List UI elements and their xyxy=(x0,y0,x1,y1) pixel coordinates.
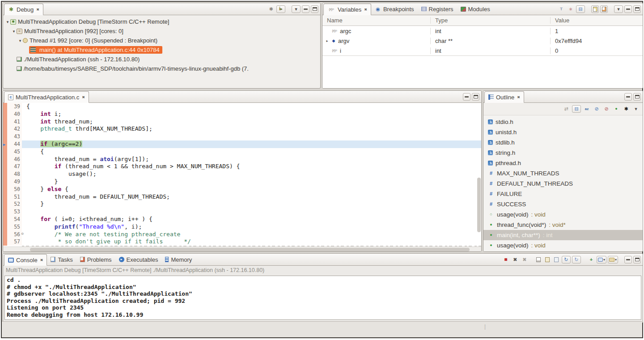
expand-arrow-icon[interactable]: ▾ xyxy=(5,20,10,24)
hide-inactive-icon[interactable]: ✱ xyxy=(622,105,630,113)
debug-tree-row[interactable]: main() at MultiThreadApplication.c:44 0x… xyxy=(3,45,320,55)
variable-row[interactable]: ▸◆argvchar **0x7efffd94 xyxy=(322,36,643,46)
expander-arrow-icon[interactable]: ▸ xyxy=(325,39,329,43)
code-line[interactable]: 50 } else { xyxy=(3,186,481,193)
outline-item[interactable]: ↴unistd.h xyxy=(483,127,643,137)
outline-item[interactable]: #MAX_NUM_THREADS xyxy=(483,168,643,178)
line-number-gutter[interactable]: 50 xyxy=(3,186,22,193)
close-icon[interactable]: ✖ xyxy=(40,258,43,262)
code-editor[interactable]: 39{40 int i;41 int thread_num;42 pthread… xyxy=(3,103,481,246)
close-icon[interactable]: ✖ xyxy=(517,95,520,99)
show-stderr-icon[interactable]: ↻ xyxy=(572,256,581,264)
code-line[interactable]: 47 if (thread_num < 1 && thread_num > MA… xyxy=(3,163,481,170)
terminate-icon[interactable]: ■ xyxy=(502,256,510,264)
debug-launch-tree[interactable]: ▾✱MultiThreadApplication Debug [TimeStor… xyxy=(3,15,320,73)
editor-hscroll-thumb[interactable] xyxy=(30,248,470,251)
line-number-gutter[interactable]: 51 xyxy=(3,193,22,201)
tab-memory[interactable]: Memory xyxy=(161,254,195,265)
hide-non-public-icon[interactable]: ● xyxy=(612,105,620,113)
line-number-gutter[interactable]: 46 xyxy=(3,156,22,163)
show-type-names-icon[interactable]: T xyxy=(557,5,565,13)
outline-item[interactable]: ●thread_func(void*) : void* xyxy=(483,220,643,230)
sort-icon[interactable]: az xyxy=(583,105,591,113)
code-line[interactable]: 56⊖ /* We are not testing pthread_create xyxy=(3,231,481,238)
code-line[interactable]: 41 int thread_num; xyxy=(3,118,481,126)
collapse-all-icon[interactable]: ⊟ xyxy=(572,105,581,113)
outline-item[interactable]: ↴pthread.h xyxy=(483,158,643,168)
view-menu-icon[interactable]: ▾ xyxy=(632,105,640,113)
code-line[interactable]: 43 xyxy=(3,133,481,140)
selected-stack-frame[interactable]: main() at MultiThreadApplication.c:44 0x… xyxy=(29,46,162,54)
tab-console[interactable]: Console✖ xyxy=(4,254,47,266)
tab-variables[interactable]: (x)=Variables✖ xyxy=(323,4,371,15)
variable-row[interactable]: (x)=iint0 xyxy=(322,46,643,55)
fold-collapse-icon[interactable]: ⊖ xyxy=(21,232,24,236)
show-stdout-icon[interactable]: ↻ xyxy=(562,256,571,264)
column-header-value[interactable]: Value xyxy=(551,17,643,24)
close-icon[interactable]: ✖ xyxy=(82,95,85,99)
line-number-gutter[interactable]: 54 xyxy=(3,216,22,223)
debug-tree-row[interactable]: ▾Thread #1 992 [core: 0] (Suspended : Br… xyxy=(3,36,320,45)
minimize-icon[interactable] xyxy=(624,256,632,264)
outline-item[interactable]: ↴string.h xyxy=(483,148,643,158)
tab-registers[interactable]: Registers xyxy=(418,3,457,15)
line-number-gutter[interactable]: 53 xyxy=(3,208,22,216)
minimize-icon[interactable] xyxy=(463,93,470,101)
expand-arrow-icon[interactable]: ▾ xyxy=(17,38,23,43)
line-number-gutter[interactable]: 56⊖ xyxy=(3,231,22,238)
remove-launch-icon[interactable]: ✖ xyxy=(511,256,519,264)
collapse-all-icon[interactable]: ⊟ xyxy=(576,5,585,13)
line-number-gutter[interactable]: 52 xyxy=(3,200,22,208)
tab-multithreadapplication-c[interactable]: cMultiThreadApplication.c✖ xyxy=(4,91,89,103)
debug-tree-row[interactable]: ▾✱MultiThreadApplication Debug [TimeStor… xyxy=(3,17,320,26)
line-number-gutter[interactable]: 49 xyxy=(3,178,22,186)
code-line[interactable]: 53 xyxy=(3,208,481,216)
code-line[interactable]: 46 thread_num = atoi(argv[1]); xyxy=(3,156,481,163)
hide-fields-icon[interactable]: ⊘ xyxy=(593,105,601,113)
maximize-icon[interactable] xyxy=(633,5,641,13)
debug-tree-row[interactable]: ▾≡MultiThreadApplication [992] [cores: 0… xyxy=(3,26,320,36)
outline-item[interactable]: #DEFAULT_NUM_THREADS xyxy=(483,178,643,189)
maximize-icon[interactable] xyxy=(633,93,641,101)
column-header-name[interactable]: Name xyxy=(322,17,431,24)
maximize-icon[interactable] xyxy=(472,93,479,101)
code-line[interactable]: 49 } xyxy=(3,178,481,186)
code-line[interactable]: 55 printf("Thread %d\n", i); xyxy=(3,223,481,231)
outline-list[interactable]: ↴stdio.h↴unistd.h↴stdlib.h↴string.h↴pthr… xyxy=(483,115,643,252)
tab-executables[interactable]: ▸Executables xyxy=(115,254,162,265)
close-icon[interactable]: ✖ xyxy=(36,8,39,12)
line-number-gutter[interactable]: 42 xyxy=(3,125,22,133)
view-menu-icon[interactable]: ▾ xyxy=(292,5,301,13)
line-number-gutter[interactable]: 41 xyxy=(3,118,22,126)
line-number-gutter[interactable]: 39 xyxy=(3,103,22,110)
remove-all-terminated-icon[interactable]: ✱ xyxy=(267,5,275,13)
line-number-gutter[interactable]: 40 xyxy=(3,110,22,118)
tab-tasks[interactable]: Tasks xyxy=(47,254,76,265)
expand-arrow-icon[interactable]: ▾ xyxy=(11,29,17,34)
pin-console-icon[interactable]: + xyxy=(587,256,595,264)
line-number-gutter[interactable]: ▶44 xyxy=(3,140,22,148)
tab-breakpoints[interactable]: ◉Breakpoints xyxy=(371,3,418,15)
line-number-gutter[interactable]: 48 xyxy=(3,170,22,178)
code-line[interactable]: 51 thread_num = DEFAULT_NUM_THREADS; xyxy=(3,193,481,201)
outline-item[interactable]: ●main(int, char**) : int xyxy=(483,230,643,240)
minimize-icon[interactable] xyxy=(302,5,309,13)
tab-debug[interactable]: ✱Debug✖ xyxy=(4,4,43,15)
code-line[interactable]: 40 int i; xyxy=(3,110,481,118)
instruction-stepping-icon[interactable]: i▸ xyxy=(276,5,285,13)
scroll-lock-icon[interactable] xyxy=(544,256,551,264)
debug-tree-row[interactable]: /home/babu/timesys/SABRE_SDP/toolchain/b… xyxy=(3,64,320,73)
remove-all-launches-icon[interactable]: ✖ xyxy=(521,256,529,264)
column-header-type[interactable]: Type xyxy=(431,17,551,24)
editor-vertical-scrollbar[interactable] xyxy=(477,178,481,232)
minimize-icon[interactable] xyxy=(624,93,632,101)
hide-static-icon[interactable]: ⊘ xyxy=(602,105,610,113)
code-line[interactable]: 42 pthread_t thrd[MAX_NUM_THREADS]; xyxy=(3,125,481,133)
code-line[interactable]: 39{ xyxy=(3,103,481,110)
tab-outline[interactable]: Outline✖ xyxy=(484,91,524,103)
view-menu-icon[interactable]: ▾ xyxy=(614,5,623,13)
pin-view-icon[interactable] xyxy=(591,5,599,13)
line-number-gutter[interactable]: 47 xyxy=(3,163,22,170)
code-line[interactable]: ▶44 if (argc==2) xyxy=(3,140,481,148)
minimize-icon[interactable] xyxy=(624,5,632,13)
